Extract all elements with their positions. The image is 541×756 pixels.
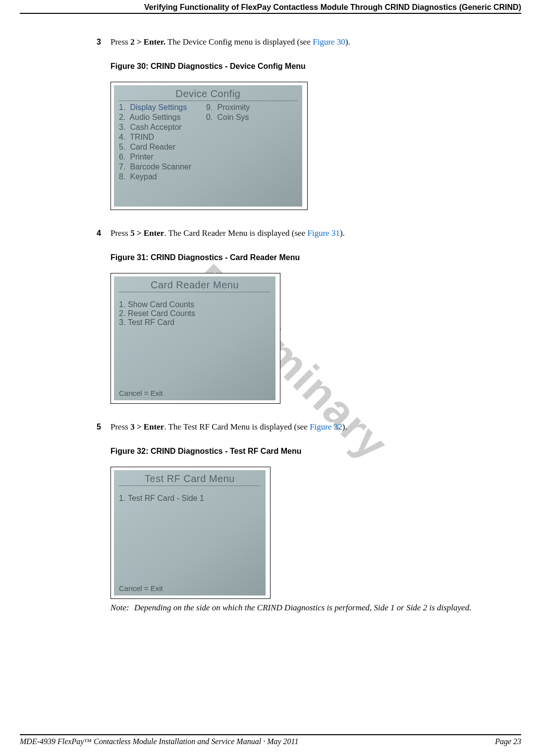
- menu-item: 3.Test RF Card: [119, 318, 270, 327]
- menu-item: 4. TRIND: [119, 133, 191, 142]
- figure-link[interactable]: Figure 30: [313, 37, 345, 47]
- text-segment: The Device Config menu is displayed (see: [165, 37, 313, 47]
- menu-item: 9. Proximity: [206, 103, 250, 112]
- screen-title: Test RF Card Menu: [119, 473, 261, 486]
- device-config-screen: Device Config 1. Display Settings 2. Aud…: [114, 85, 302, 207]
- menu-item: 1. Display Settings: [119, 103, 191, 112]
- text-segment: Press: [110, 37, 130, 47]
- step-number: 5: [97, 423, 110, 432]
- page-footer: MDE-4939 FlexPay™ Contactless Module Ins…: [20, 734, 521, 746]
- menu-item: 7. Barcode Scanner: [119, 162, 191, 171]
- figure-caption: Figure 31: CRIND Diagnostics - Card Read…: [110, 253, 516, 262]
- screen-title: Card Reader Menu: [119, 279, 270, 292]
- menu-item: 0. Coin Sys: [206, 113, 250, 122]
- menu-item: 5. Card Reader: [119, 143, 191, 152]
- step-text: Press 3 > Enter. The Test RF Card Menu i…: [110, 422, 347, 433]
- figure-link[interactable]: Figure 31: [307, 228, 340, 238]
- text-bold: 3 > Enter: [130, 422, 164, 432]
- step-number: 3: [97, 38, 110, 47]
- figure-box: Card Reader Menu 1.Show Card Counts 2.Re…: [110, 273, 280, 404]
- note: Note: Depending on the side on which the…: [110, 603, 516, 613]
- test-rf-card-screen: Test RF Card Menu 1.Test RF Card - Side …: [114, 470, 266, 595]
- text-segment: ).: [342, 422, 347, 432]
- text-bold: 5 > Enter: [130, 228, 164, 238]
- figure-caption: Figure 32: CRIND Diagnostics - Test RF C…: [110, 447, 516, 456]
- figure-30: Figure 30: CRIND Diagnostics - Device Co…: [97, 62, 516, 210]
- text-segment: . The Card Reader Menu is displayed (see: [164, 228, 307, 238]
- text-segment: ).: [345, 37, 350, 47]
- step-4: 4 Press 5 > Enter. The Card Reader Menu …: [97, 228, 516, 404]
- page-header: Verifying Functionality of FlexPay Conta…: [20, 0, 521, 14]
- screen-title: Device Config: [119, 88, 297, 101]
- figure-link[interactable]: Figure 32: [310, 422, 342, 432]
- step-3: 3 Press 2 > Enter. The Device Config men…: [97, 37, 516, 210]
- menu-item: 2.Reset Card Counts: [119, 309, 270, 318]
- text-segment: Press: [110, 228, 130, 238]
- menu-item: 1.Test RF Card - Side 1: [119, 494, 261, 503]
- figure-box: Test RF Card Menu 1.Test RF Card - Side …: [110, 467, 270, 599]
- text-segment: ).: [340, 228, 345, 238]
- step-5: 5 Press 3 > Enter. The Test RF Card Menu…: [97, 422, 516, 613]
- step-text: Press 5 > Enter. The Card Reader Menu is…: [110, 228, 345, 239]
- screen-footer: Cancel = Exit: [119, 389, 270, 397]
- menu-item: 8. Keypad: [119, 172, 191, 181]
- menu-item: 1.Show Card Counts: [119, 300, 270, 309]
- figure-box: Device Config 1. Display Settings 2. Aud…: [110, 82, 308, 210]
- figure-caption: Figure 30: CRIND Diagnostics - Device Co…: [110, 62, 516, 71]
- note-body: Depending on the side on which the CRIND…: [134, 603, 516, 613]
- text-segment: Press: [110, 422, 130, 432]
- note-label: Note:: [110, 603, 134, 613]
- screen-footer: Cancel = Exit: [119, 584, 261, 593]
- text-segment: . The Test RF Card Menu is displayed (se…: [164, 422, 310, 432]
- footer-left: MDE-4939 FlexPay™ Contactless Module Ins…: [20, 737, 298, 746]
- step-number: 4: [97, 229, 110, 238]
- menu-item: 2. Audio Settings: [119, 113, 191, 122]
- card-reader-screen: Card Reader Menu 1.Show Card Counts 2.Re…: [114, 276, 275, 400]
- menu-item: 3. Cash Acceptor: [119, 123, 191, 132]
- figure-31: Figure 31: CRIND Diagnostics - Card Read…: [97, 253, 516, 404]
- footer-page-number: Page 23: [495, 737, 521, 746]
- step-text: Press 2 > Enter. The Device Config menu …: [110, 37, 350, 48]
- menu-item: 6. Printer: [119, 153, 191, 162]
- figure-32: Figure 32: CRIND Diagnostics - Test RF C…: [97, 447, 516, 599]
- text-bold: 2 > Enter.: [130, 37, 165, 47]
